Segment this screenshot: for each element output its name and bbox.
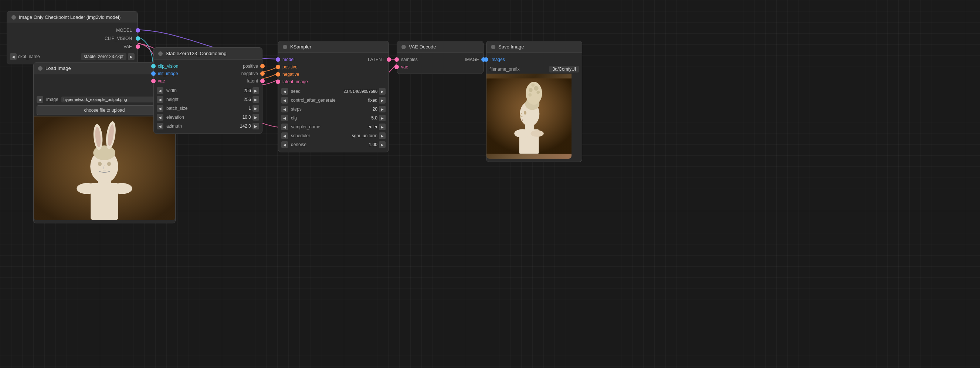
svg-point-22 — [529, 88, 533, 92]
azimuth-next-btn[interactable]: ▶ — [253, 123, 259, 129]
image-prev-btn[interactable]: ◀ — [37, 96, 43, 103]
vae-in-port[interactable] — [151, 79, 156, 83]
save-image-preview — [487, 73, 571, 159]
stable-zero-header: StableZero123_Conditioning — [154, 48, 262, 59]
sampler-name-value: euler — [363, 124, 377, 129]
width-label: width — [165, 88, 235, 93]
vae-in-row: vae latent — [154, 77, 262, 85]
clip-vision-output-port[interactable] — [136, 36, 140, 41]
elevation-prev-btn[interactable]: ◀ — [157, 114, 163, 121]
control-next-btn[interactable]: ▶ — [379, 97, 385, 104]
batch-prev-btn[interactable]: ◀ — [157, 105, 163, 112]
azimuth-label: azimuth — [165, 124, 235, 129]
negative-in-label: negative — [280, 72, 388, 77]
ksampler-dot — [283, 45, 287, 49]
samples-in-port[interactable] — [395, 57, 399, 62]
scheduler-prev-btn[interactable]: ◀ — [281, 132, 288, 139]
sampler-prev-btn[interactable]: ◀ — [281, 124, 288, 130]
seed-value: 237514639057560 — [329, 89, 377, 94]
elevation-label: elevation — [165, 115, 235, 120]
cfg-prev-btn[interactable]: ◀ — [281, 115, 288, 121]
steps-prev-btn[interactable]: ◀ — [281, 106, 288, 112]
cfg-label: cfg — [290, 115, 361, 121]
negative-out-port[interactable] — [260, 72, 265, 76]
width-row: ◀ width 256 ▶ — [154, 86, 262, 95]
upload-button[interactable]: choose file to upload — [37, 105, 172, 115]
image-field-label: image — [45, 97, 60, 102]
seed-row: ◀ seed 237514639057560 ▶ — [278, 87, 388, 96]
height-next-btn[interactable]: ▶ — [253, 96, 259, 103]
negative-in-port[interactable] — [276, 72, 280, 76]
svg-point-6 — [107, 162, 111, 166]
steps-next-btn[interactable]: ▶ — [379, 106, 385, 112]
samples-in-row: samples IMAGE — [397, 56, 483, 63]
seed-next-btn[interactable]: ▶ — [379, 88, 385, 95]
init-image-in-label: init_image — [156, 71, 242, 76]
latent-image-in-port[interactable] — [276, 80, 280, 84]
height-row: ◀ height 256 ▶ — [154, 95, 262, 104]
cfg-next-btn[interactable]: ▶ — [379, 115, 385, 121]
init-image-in-port[interactable] — [151, 72, 156, 76]
width-value: 256 — [236, 88, 251, 93]
vae-decode-dot — [401, 45, 406, 49]
clip-vision-in-port[interactable] — [151, 64, 156, 69]
ckpt-name-label: ckpt_name — [18, 54, 80, 59]
stable-zero-body: clip_vision positive init_image negative… — [154, 59, 262, 134]
ckpt-prev-btn[interactable]: ◀ — [10, 53, 17, 60]
height-prev-btn[interactable]: ◀ — [157, 96, 163, 103]
images-in-row: images — [487, 56, 582, 63]
positive-in-port[interactable] — [276, 65, 280, 69]
svg-point-12 — [76, 183, 97, 194]
vae-in-vae-port[interactable] — [395, 65, 399, 69]
clip-vision-row: clip_vision positive — [154, 62, 262, 70]
sampler-name-row: ◀ sampler_name euler ▶ — [278, 123, 388, 131]
model-output-port[interactable] — [136, 28, 140, 33]
elevation-row: ◀ elevation 10.0 ▶ — [154, 113, 262, 122]
positive-out-port[interactable] — [260, 64, 265, 69]
cfg-row: ◀ cfg 5.0 ▶ — [278, 113, 388, 123]
control-after-value: fixed — [363, 98, 377, 103]
filename-prefix-label: filename_prefix — [490, 67, 548, 72]
seed-prev-btn[interactable]: ◀ — [281, 88, 288, 95]
ckpt-next-btn[interactable]: ▶ — [128, 53, 135, 60]
stable-zero-title: StableZero123_Conditioning — [165, 51, 227, 56]
vae-decode-title: VAE Decode — [409, 44, 436, 49]
batch-size-row: ◀ batch_size 1 ▶ — [154, 104, 262, 113]
load-image-title: Load Image — [46, 65, 71, 71]
azimuth-value: 142.0 — [236, 124, 251, 129]
sampler-name-label: sampler_name — [290, 124, 361, 129]
denoise-next-btn[interactable]: ▶ — [379, 141, 385, 148]
filename-prefix-value[interactable]: 3d/ComfyUI — [549, 66, 579, 72]
sampler-next-btn[interactable]: ▶ — [379, 124, 385, 130]
model-in-port[interactable] — [276, 57, 280, 62]
steps-label: steps — [290, 107, 361, 112]
vae-output-port[interactable] — [136, 45, 140, 49]
filename-prefix-row: filename_prefix 3d/ComfyUI — [487, 65, 582, 73]
clip-vision-output-label: CLIP_VISION — [105, 36, 134, 41]
batch-next-btn[interactable]: ▶ — [253, 105, 259, 112]
positive-out-label: positive — [243, 64, 260, 69]
steps-row: ◀ steps 20 ▶ — [278, 105, 388, 113]
positive-in-row: positive — [278, 63, 388, 71]
scheduler-value: sgm_uniform — [352, 133, 377, 138]
scheduler-next-btn[interactable]: ▶ — [379, 132, 385, 139]
elevation-next-btn[interactable]: ▶ — [253, 114, 259, 121]
denoise-prev-btn[interactable]: ◀ — [281, 141, 288, 148]
width-prev-btn[interactable]: ◀ — [157, 87, 163, 94]
svg-point-27 — [514, 129, 530, 138]
vae-decode-header: VAE Decode — [397, 41, 483, 53]
ksampler-node: KSampler model LATENT positive negative … — [278, 41, 389, 152]
images-in-port[interactable] — [484, 57, 488, 62]
latent-out-port[interactable] — [260, 79, 265, 83]
latent-out-ksampler-port[interactable] — [387, 57, 391, 62]
width-next-btn[interactable]: ▶ — [253, 87, 259, 94]
latent-out-ksampler-label: LATENT — [368, 57, 387, 62]
elevation-value: 10.0 — [236, 115, 251, 120]
images-in-label: images — [488, 57, 582, 62]
control-prev-btn[interactable]: ◀ — [281, 97, 288, 104]
model-in-row: model LATENT — [278, 56, 388, 63]
samples-in-label: samples — [399, 57, 465, 62]
svg-point-24 — [531, 84, 535, 87]
azimuth-prev-btn[interactable]: ◀ — [157, 123, 163, 129]
scheduler-label: scheduler — [290, 133, 350, 138]
